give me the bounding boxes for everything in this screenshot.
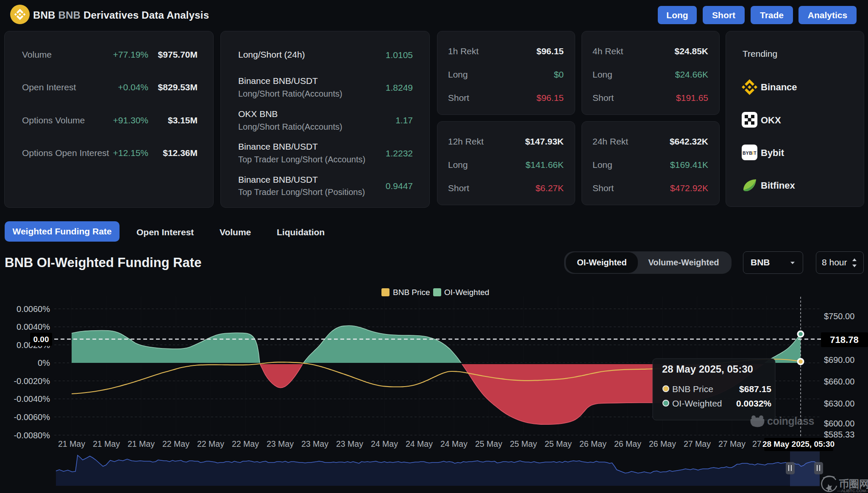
svg-text:23 May: 23 May <box>336 439 363 448</box>
svg-text:21 May: 21 May <box>128 439 155 448</box>
svg-text:25 May: 25 May <box>545 439 572 448</box>
svg-text:-0.0020%: -0.0020% <box>14 376 50 386</box>
svg-text:25 May: 25 May <box>475 439 502 448</box>
svg-text:0.0040%: 0.0040% <box>17 322 50 331</box>
svg-text:26 May: 26 May <box>649 439 676 448</box>
svg-text:OI-Weighted: OI-Weighted <box>444 288 489 297</box>
svg-text:28 May 2025, 05:30: 28 May 2025, 05:30 <box>662 363 753 375</box>
svg-text:24 May: 24 May <box>406 439 433 448</box>
svg-text:$600.00: $600.00 <box>824 419 854 428</box>
svg-text:$660.00: $660.00 <box>824 377 854 386</box>
svg-text:22 May: 22 May <box>197 439 224 448</box>
svg-text:27 May: 27 May <box>684 439 711 448</box>
svg-text:币圈网: 币圈网 <box>839 478 868 490</box>
svg-text:—ALIBTC.COM—: —ALIBTC.COM— <box>837 488 868 493</box>
svg-text:-0.0080%: -0.0080% <box>14 431 50 440</box>
svg-text:26 May: 26 May <box>614 439 641 448</box>
svg-text:23 May: 23 May <box>301 439 328 448</box>
svg-text:$687.15: $687.15 <box>739 384 771 394</box>
svg-text:BNB Price: BNB Price <box>393 288 430 297</box>
svg-text:BNB Price: BNB Price <box>672 384 713 394</box>
svg-text:26 May: 26 May <box>579 439 606 448</box>
svg-text:27 May: 27 May <box>718 439 746 448</box>
svg-text:0.0032%: 0.0032% <box>736 398 771 408</box>
svg-text:0.00: 0.00 <box>33 335 49 344</box>
svg-text:25 May: 25 May <box>510 439 537 448</box>
svg-text:22 May: 22 May <box>162 439 189 448</box>
svg-text:OI-Weighted: OI-Weighted <box>672 398 722 408</box>
svg-text:24 May: 24 May <box>440 439 467 448</box>
svg-text:28 May 2025, 05:30: 28 May 2025, 05:30 <box>762 440 835 448</box>
svg-text:21 May: 21 May <box>93 439 120 448</box>
svg-text:BYBIT: BYBIT <box>743 150 757 156</box>
svg-text:21 May: 21 May <box>58 439 85 448</box>
svg-text:$630.00: $630.00 <box>824 399 854 408</box>
svg-text:$690.00: $690.00 <box>824 355 854 365</box>
svg-text:22 May: 22 May <box>232 439 259 448</box>
svg-text:0%: 0% <box>38 358 50 368</box>
svg-text:$585.33: $585.33 <box>824 430 854 439</box>
svg-text:$750.00: $750.00 <box>824 312 854 321</box>
svg-text:-0.0060%: -0.0060% <box>14 412 50 422</box>
svg-text:-0.0040%: -0.0040% <box>14 394 50 404</box>
svg-text:coinglass: coinglass <box>767 415 814 427</box>
svg-text:0.0060%: 0.0060% <box>17 304 50 314</box>
svg-text:23 May: 23 May <box>267 439 294 448</box>
svg-text:718.78: 718.78 <box>830 334 858 345</box>
svg-text:24 May: 24 May <box>371 439 398 448</box>
